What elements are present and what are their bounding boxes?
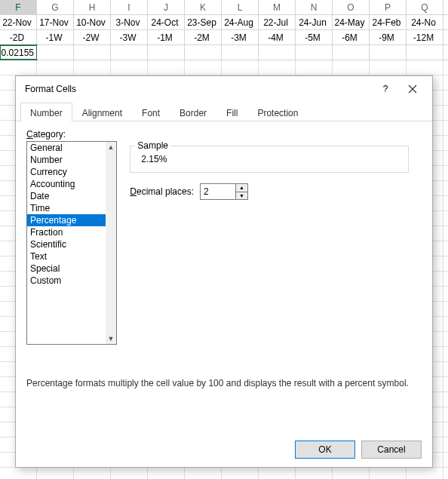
cell[interactable] — [370, 45, 407, 60]
spinner-down-button[interactable]: ▼ — [236, 192, 247, 200]
spinner-up-button[interactable]: ▲ — [236, 184, 247, 192]
cell[interactable]: 24-Feb — [370, 15, 407, 29]
category-item[interactable]: Scientific — [27, 238, 106, 250]
column-header[interactable]: Q — [407, 0, 443, 14]
cell[interactable]: -1M — [148, 30, 185, 45]
tab-number[interactable]: Number — [20, 103, 72, 122]
cell[interactable] — [222, 45, 259, 60]
tab-fill[interactable]: Fill — [216, 103, 247, 122]
category-item[interactable]: Custom — [27, 275, 106, 287]
column-header[interactable]: F — [0, 0, 37, 14]
help-button[interactable]: ? — [372, 78, 399, 100]
category-item[interactable]: Accounting — [27, 178, 106, 190]
category-item[interactable]: Fraction — [27, 226, 106, 238]
category-label: Category: — [26, 129, 422, 140]
ok-button[interactable]: OK — [295, 441, 355, 459]
category-item[interactable]: Special — [27, 263, 106, 275]
sample-group: Sample 2.15% — [130, 146, 409, 173]
category-item[interactable]: Date — [27, 190, 106, 202]
column-header[interactable]: L — [222, 0, 259, 14]
cancel-button[interactable]: Cancel — [361, 441, 422, 459]
column-header[interactable]: N — [296, 0, 333, 14]
column-header[interactable]: G — [37, 0, 74, 14]
column-header[interactable]: P — [370, 0, 407, 14]
cell[interactable]: -3W — [111, 30, 148, 45]
decimal-places-label: Decimal places: — [130, 186, 194, 197]
listbox-scrollbar[interactable]: ▲ ▼ — [106, 142, 116, 344]
column-header[interactable]: I — [111, 0, 148, 14]
cell[interactable]: -12M — [407, 30, 443, 45]
cell[interactable]: -2W — [74, 30, 111, 45]
column-header[interactable]: O — [333, 0, 370, 14]
tab-protection[interactable]: Protection — [247, 103, 308, 122]
cell[interactable] — [407, 45, 443, 60]
cell[interactable]: 24-Oct — [148, 15, 185, 29]
sample-label: Sample — [135, 140, 170, 151]
cell[interactable]: -2D — [0, 30, 37, 45]
column-header[interactable]: K — [185, 0, 222, 14]
cell[interactable]: 0.02155 — [0, 45, 37, 60]
cell[interactable]: 17-Nov — [37, 15, 74, 29]
cell[interactable]: 22-Jul — [259, 15, 296, 29]
column-header[interactable]: J — [148, 0, 185, 14]
decimal-places-spinner[interactable]: ▲ ▼ — [200, 183, 248, 200]
column-header[interactable]: M — [259, 0, 296, 14]
category-item[interactable]: Percentage — [27, 214, 106, 226]
sample-value: 2.15% — [137, 154, 402, 164]
tab-border[interactable]: Border — [170, 103, 216, 122]
column-header[interactable]: H — [74, 0, 111, 14]
cell[interactable]: 24-May — [333, 15, 370, 29]
cell[interactable]: 10-Nov — [74, 15, 111, 29]
cell[interactable] — [111, 45, 148, 60]
cell[interactable] — [259, 45, 296, 60]
cell[interactable]: 3-Nov — [111, 15, 148, 29]
category-item[interactable]: Currency — [27, 166, 106, 178]
tab-alignment[interactable]: Alignment — [72, 103, 132, 122]
cell[interactable] — [296, 45, 333, 60]
close-button[interactable] — [399, 78, 426, 100]
cell[interactable]: -3M — [222, 30, 259, 45]
cell[interactable]: 23-Sep — [185, 15, 222, 29]
category-item[interactable]: General — [27, 142, 106, 154]
cell[interactable]: -6M — [333, 30, 370, 45]
format-description: Percentage formats multiply the cell val… — [26, 378, 422, 388]
category-item[interactable]: Time — [27, 202, 106, 214]
category-item[interactable]: Number — [27, 154, 106, 166]
cell[interactable] — [185, 45, 222, 60]
cell[interactable]: 24-Jun — [296, 15, 333, 29]
cell[interactable]: -4M — [259, 30, 296, 45]
cell[interactable]: -2M — [185, 30, 222, 45]
cell[interactable]: 24-Aug — [222, 15, 259, 29]
category-listbox[interactable]: GeneralNumberCurrencyAccountingDateTimeP… — [26, 141, 117, 345]
cell[interactable] — [333, 45, 370, 60]
dialog-title: Format Cells — [25, 84, 372, 94]
category-item[interactable]: Text — [27, 250, 106, 263]
cell[interactable]: 22-Nov — [0, 15, 37, 29]
scroll-up-icon[interactable]: ▲ — [108, 142, 115, 152]
cell[interactable]: -1W — [37, 30, 74, 45]
cell[interactable]: -5M — [296, 30, 333, 45]
format-cells-dialog: Format Cells ? NumberAlignmentFontBorder… — [15, 75, 433, 468]
cell[interactable] — [37, 45, 74, 60]
scroll-down-icon[interactable]: ▼ — [108, 333, 115, 344]
decimal-places-input[interactable] — [201, 184, 235, 199]
tab-font[interactable]: Font — [132, 103, 170, 122]
cell[interactable] — [74, 45, 111, 60]
cell[interactable]: 24-No — [407, 15, 443, 29]
cell[interactable] — [148, 45, 185, 60]
close-icon — [408, 84, 417, 94]
dialog-tabs: NumberAlignmentFontBorderFillProtection — [16, 102, 432, 121]
cell[interactable]: -9M — [370, 30, 407, 45]
dialog-titlebar: Format Cells ? — [16, 76, 432, 102]
